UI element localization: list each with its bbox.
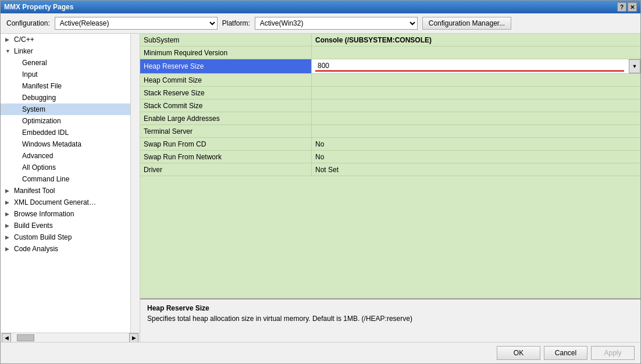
tree-label: Advanced	[22, 152, 53, 160]
prop-value-swap-network: No	[312, 151, 640, 163]
tree-item-browse-info[interactable]: ▶Browse Information	[1, 208, 130, 220]
prop-value-driver: Not Set	[312, 163, 640, 176]
tree-item-custom-build[interactable]: ▶Custom Build Step	[1, 231, 130, 243]
tree-hscrollbar[interactable]: ◀ ▶	[1, 333, 140, 342]
expander-icon[interactable]: ▶	[5, 223, 12, 229]
tree-label: General	[22, 59, 47, 67]
tree-label: Windows Metadata	[22, 140, 81, 148]
tree-item-linker-general[interactable]: General	[1, 57, 130, 69]
scroll-left-btn[interactable]: ◀	[2, 333, 11, 342]
tree-item-manifest-tool[interactable]: ▶Manifest Tool	[1, 185, 130, 197]
prop-name-large-addr: Enable Large Addresses	[140, 112, 312, 124]
right-panel: SubSystem Console (/SUBSYSTEM:CONSOLE) M…	[140, 34, 640, 342]
expander-icon[interactable]: ▶	[5, 199, 12, 205]
tree-label: Input	[22, 70, 38, 78]
cancel-button[interactable]: Cancel	[544, 346, 587, 360]
prop-name-swap-network: Swap Run From Network	[140, 151, 312, 163]
prop-value-stack-commit	[312, 99, 640, 112]
tree-item-build-events[interactable]: ▶Build Events	[1, 220, 130, 231]
window-title: MMX Property Pages	[4, 3, 73, 11]
toolbar: Configuration: Active(Release) Platform:…	[1, 13, 640, 34]
expander-icon[interactable]: ▼	[5, 48, 12, 54]
tree-label: System	[22, 105, 45, 113]
tree-item-linker-manifest[interactable]: Manifest File	[1, 80, 130, 92]
prop-row-subsystem[interactable]: SubSystem Console (/SUBSYSTEM:CONSOLE)	[140, 34, 640, 47]
tree-item-xml-doc[interactable]: ▶XML Document Generat…	[1, 197, 130, 208]
platform-select[interactable]: Active(Win32)	[255, 17, 418, 30]
tree-label: Linker	[14, 47, 33, 55]
prop-row-terminal-server[interactable]: Terminal Server	[140, 125, 640, 138]
tree-label: Optimization	[22, 117, 61, 125]
tree-item-linker[interactable]: ▼Linker	[1, 45, 130, 57]
prop-row-stack-commit[interactable]: Stack Commit Size	[140, 99, 640, 112]
tree-item-linker-system[interactable]: System	[1, 104, 130, 115]
tree-label: Manifest Tool	[14, 187, 55, 195]
expander-icon[interactable]: ▶	[5, 211, 12, 217]
tree-item-linker-windows-meta[interactable]: Windows Metadata	[1, 138, 130, 150]
prop-row-large-addr[interactable]: Enable Large Addresses	[140, 112, 640, 125]
expander-icon[interactable]: ▶	[5, 37, 12, 42]
config-select[interactable]: Active(Release)	[55, 17, 218, 30]
expander-icon[interactable]: ▶	[5, 188, 12, 194]
prop-name-min-version: Minimum Required Version	[140, 47, 312, 59]
config-manager-button[interactable]: Configuration Manager...	[422, 17, 511, 30]
prop-row-heap-commit[interactable]: Heap Commit Size	[140, 74, 640, 87]
prop-row-driver[interactable]: Driver Not Set	[140, 163, 640, 176]
prop-value-heap-reserve: ▼	[312, 59, 640, 73]
prop-row-swap-network[interactable]: Swap Run From Network No	[140, 151, 640, 163]
tree-label: Manifest File	[22, 82, 62, 90]
prop-row-min-version[interactable]: Minimum Required Version	[140, 47, 640, 59]
prop-value-subsystem: Console (/SUBSYSTEM:CONSOLE)	[312, 34, 640, 46]
description-text: Specifies total heap allocation size in …	[147, 315, 633, 323]
prop-value-heap-commit	[312, 74, 640, 86]
prop-value-swap-cd: No	[312, 138, 640, 150]
tree-label: All Options	[22, 163, 56, 172]
prop-dropdown-heap-reserve[interactable]: ▼	[629, 59, 640, 73]
prop-name-driver: Driver	[140, 163, 312, 176]
prop-name-subsystem: SubSystem	[140, 34, 312, 46]
config-label: Configuration:	[6, 19, 50, 27]
main-content: ▶C/C++▼LinkerGeneralInputManifest FileDe…	[1, 34, 640, 342]
tree-item-linker-all-options[interactable]: All Options	[1, 162, 130, 173]
scroll-right-btn[interactable]: ▶	[129, 333, 138, 342]
tree-item-code-analysis[interactable]: ▶Code Analysis	[1, 243, 130, 255]
tree-label: C/C++	[14, 35, 34, 44]
tree-item-cpp[interactable]: ▶C/C++	[1, 34, 130, 45]
prop-name-heap-commit: Heap Commit Size	[140, 74, 312, 86]
prop-name-stack-reserve: Stack Reserve Size	[140, 87, 312, 99]
properties-table: SubSystem Console (/SUBSYSTEM:CONSOLE) M…	[140, 34, 640, 298]
tree-content: ▶C/C++▼LinkerGeneralInputManifest FileDe…	[1, 34, 130, 333]
tree-item-linker-command-line[interactable]: Command Line	[1, 173, 130, 185]
close-button[interactable]: ✕	[628, 2, 637, 12]
help-button[interactable]: ?	[617, 2, 626, 12]
tree-item-linker-input[interactable]: Input	[1, 69, 130, 80]
prop-name-heap-reserve: Heap Reserve Size	[140, 59, 312, 73]
prop-row-heap-reserve[interactable]: Heap Reserve Size ▼	[140, 59, 640, 74]
tree-item-linker-advanced[interactable]: Advanced	[1, 150, 130, 162]
tree-scrollbar[interactable]	[130, 34, 140, 333]
tree-item-linker-optimization[interactable]: Optimization	[1, 115, 130, 127]
tree-label: Code Analysis	[14, 245, 58, 253]
apply-button[interactable]: Apply	[591, 346, 635, 360]
tree-label: Build Events	[14, 222, 53, 230]
title-bar: MMX Property Pages ? ✕	[1, 1, 640, 13]
tree-label: Custom Build Step	[14, 233, 72, 241]
expander-icon[interactable]: ▶	[5, 234, 12, 240]
prop-name-stack-commit: Stack Commit Size	[140, 99, 312, 112]
prop-name-terminal-server: Terminal Server	[140, 125, 312, 137]
tree-item-linker-debugging[interactable]: Debugging	[1, 92, 130, 104]
platform-label: Platform:	[222, 19, 250, 27]
ok-button[interactable]: OK	[497, 346, 540, 360]
prop-value-stack-reserve	[312, 87, 640, 99]
expander-icon[interactable]: ▶	[5, 246, 12, 252]
prop-row-stack-reserve[interactable]: Stack Reserve Size	[140, 87, 640, 99]
tree-item-linker-embedded[interactable]: Embedded IDL	[1, 127, 130, 138]
bottom-bar: OK Cancel Apply	[1, 342, 640, 363]
tree-label: Browse Information	[14, 210, 74, 218]
prop-input-heap-reserve[interactable]	[315, 61, 624, 72]
prop-row-swap-cd[interactable]: Swap Run From CD No	[140, 138, 640, 151]
description-panel: Heap Reserve Size Specifies total heap a…	[140, 298, 640, 342]
tree-label: XML Document Generat…	[14, 198, 96, 206]
tree-label: Embedded IDL	[22, 129, 69, 137]
prop-name-swap-cd: Swap Run From CD	[140, 138, 312, 150]
